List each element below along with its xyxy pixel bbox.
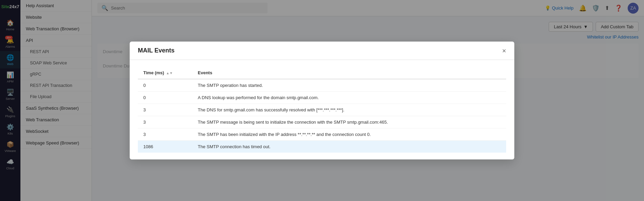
- modal-title: MAIL Events: [138, 47, 175, 54]
- event-cell: The SMTP message is being sent to initia…: [192, 116, 506, 128]
- table-row: 0 A DNS lookup was performed for the dom…: [138, 92, 506, 104]
- time-cell: 0: [138, 79, 192, 92]
- sort-icon: ▲▼: [166, 71, 173, 75]
- time-cell: 0: [138, 92, 192, 104]
- time-cell: 3: [138, 128, 192, 141]
- modal-overlay[interactable]: MAIL Events × Time (ms) ▲▼ Events: [0, 0, 644, 201]
- events-column-header: Events: [192, 67, 506, 79]
- table-row: 3 The SMTP has been initialized with the…: [138, 128, 506, 141]
- time-column-header[interactable]: Time (ms) ▲▼: [138, 67, 192, 79]
- events-table: Time (ms) ▲▼ Events 0 The SMTP operation…: [138, 67, 506, 153]
- time-cell: 1086: [138, 141, 192, 153]
- event-cell: The DNS for smtp.gmail.com has successfu…: [192, 104, 506, 116]
- modal-close-button[interactable]: ×: [502, 47, 506, 54]
- event-cell: A DNS lookup was performed for the domai…: [192, 92, 506, 104]
- event-cell: The SMTP has been initialized with the I…: [192, 128, 506, 141]
- event-cell: The SMTP connection has timed out.: [192, 141, 506, 153]
- events-table-header: Time (ms) ▲▼ Events: [138, 67, 506, 79]
- modal-header: MAIL Events ×: [130, 42, 514, 60]
- event-cell: The SMTP operation has started.: [192, 79, 506, 92]
- modal-body: Time (ms) ▲▼ Events 0 The SMTP operation…: [130, 60, 514, 159]
- mail-events-modal: MAIL Events × Time (ms) ▲▼ Events: [130, 42, 514, 159]
- events-table-body: 0 The SMTP operation has started. 0 A DN…: [138, 79, 506, 153]
- table-row: 1086 The SMTP connection has timed out.: [138, 141, 506, 153]
- table-row: 3 The SMTP message is being sent to init…: [138, 116, 506, 128]
- time-cell: 3: [138, 104, 192, 116]
- table-row: 3 The DNS for smtp.gmail.com has success…: [138, 104, 506, 116]
- time-cell: 3: [138, 116, 192, 128]
- table-row: 0 The SMTP operation has started.: [138, 79, 506, 92]
